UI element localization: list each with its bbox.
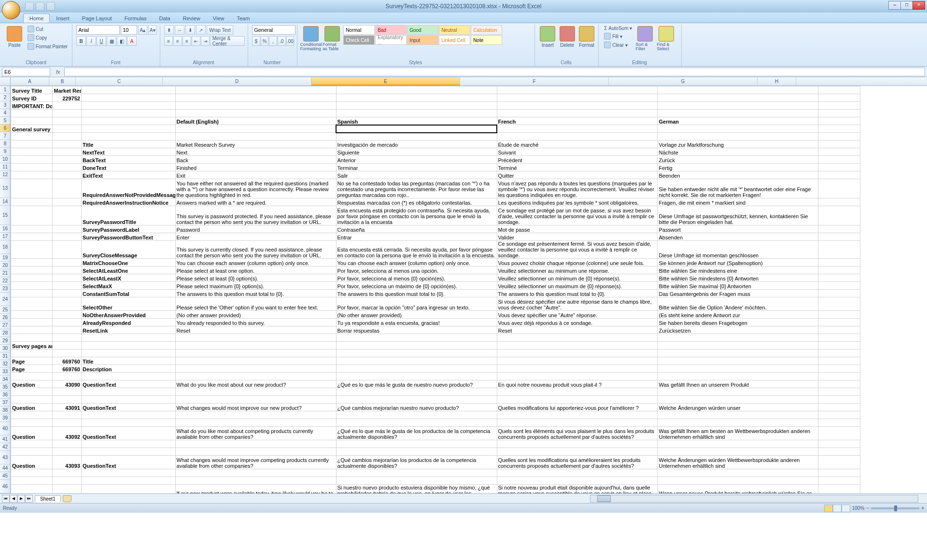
cell-C9[interactable]: NextText [81,148,175,156]
cell-D6[interactable] [175,125,336,133]
style-linkedcell[interactable]: Linked Cell [439,35,470,45]
row-header-43[interactable]: 43 [0,451,10,464]
cell-G27[interactable]: Zurücksetzen [658,326,818,334]
row-header-41[interactable]: 41 [0,435,10,443]
cell-H13[interactable] [818,179,860,198]
format-painter-button[interactable]: Format Painter [26,42,69,50]
style-calculation[interactable]: Calculation [471,25,502,35]
cell-H31[interactable] [818,357,860,365]
cell-C32[interactable]: Description [81,365,175,373]
cell-B5[interactable] [53,117,81,125]
cell-H35[interactable] [818,388,860,396]
cell-C38[interactable] [81,411,175,419]
cell-B8[interactable] [53,140,81,148]
cell-D24[interactable]: Please select the 'Other' option if you … [175,297,336,311]
cell-A35[interactable] [11,388,53,396]
new-sheet-button[interactable] [63,495,71,502]
col-header-E[interactable]: E [311,77,460,85]
tab-review[interactable]: Review [177,14,207,23]
font-color-button[interactable]: A [127,36,137,46]
tab-page-layout[interactable]: Page Layout [76,14,118,23]
style-checkcell[interactable]: Check Cell [343,35,375,45]
cell-H24[interactable] [818,297,860,311]
cell-E15[interactable]: Esta encuesta está protegido con contras… [336,206,497,225]
row-header-19[interactable]: 19 [0,254,10,262]
cell-G32[interactable] [658,365,818,373]
cell-H34[interactable] [818,380,860,388]
cell-B42[interactable] [53,448,81,456]
align-mid-button[interactable]: ↔ [175,25,184,35]
cell-C2[interactable] [81,94,175,102]
cell-F29[interactable] [497,342,658,350]
cell-D23[interactable]: The answers to this question must total … [175,290,336,297]
row-header-11[interactable]: 11 [0,163,10,171]
close-button[interactable]: × [913,1,925,10]
cell-styles-gallery[interactable]: NormalBadGoodNeutralCalculationCheck Cel… [343,25,532,45]
cell-H8[interactable] [818,140,860,148]
cell-C22[interactable]: SelectMaxX [81,282,175,290]
zoom-in-button[interactable]: + [921,505,924,511]
cell-E44[interactable] [336,469,497,477]
cell-F30[interactable] [497,350,658,357]
shrink-font-button[interactable]: A▾ [148,25,157,35]
format-cells-button[interactable]: Format [578,25,595,57]
cell-A41[interactable] [11,440,53,448]
cell-B23[interactable] [53,290,81,297]
cell-B46[interactable] [53,485,81,494]
cell-D43[interactable]: What changes would most improve competin… [175,456,336,469]
cell-E1[interactable] [336,86,497,94]
sort-filter-button[interactable]: Sort & Filter [635,25,655,57]
view-page-break[interactable] [842,504,850,512]
tab-view[interactable]: View [207,14,231,23]
cell-C3[interactable] [81,102,175,110]
cell-F43[interactable]: Quelles sont les modifications qui améli… [497,456,658,469]
row-header-5[interactable]: 5 [0,117,10,125]
currency-button[interactable]: $ [252,36,260,46]
cell-A23[interactable] [11,290,53,297]
cell-A3[interactable]: IMPORTANT: Do not modify the format of t… [11,102,53,110]
row-header-4[interactable]: 4 [0,109,10,117]
cell-H28[interactable] [818,334,860,342]
cell-H9[interactable] [818,148,860,156]
row-header-42[interactable]: 42 [0,443,10,451]
view-normal[interactable] [824,504,833,512]
cell-D37[interactable]: What changes would most improve our new … [175,404,336,411]
cond-format-button[interactable]: Conditional Formatting [301,25,321,57]
cell-D31[interactable] [175,357,336,365]
cell-A21[interactable] [11,274,53,282]
comma-button[interactable]: , [269,36,277,46]
cell-G26[interactable]: Sie haben bereits diesen Fragebogen [658,319,818,326]
cell-D40[interactable]: What do you like most about competing pr… [175,427,336,440]
cell-E4[interactable] [336,110,497,117]
cell-H7[interactable] [818,133,860,140]
cell-A26[interactable] [11,319,53,326]
cell-G17[interactable]: Absenden [658,233,818,241]
row-header-29[interactable]: 29 [0,337,10,345]
cell-H37[interactable] [818,404,860,411]
cell-E36[interactable] [336,396,497,404]
cell-D42[interactable] [175,448,336,456]
cell-G42[interactable] [658,448,818,456]
cell-E43[interactable]: ¿Qué cambios mejorarían los productos de… [336,456,497,469]
row-header-28[interactable]: 28 [0,329,10,337]
cell-A22[interactable] [11,282,53,290]
row-header-7[interactable]: 7 [0,132,10,140]
cell-B1[interactable]: Market Research Survey [53,86,81,94]
cell-B7[interactable] [53,133,81,140]
cell-F5[interactable]: French [497,117,658,125]
cell-E42[interactable] [336,448,497,456]
cell-A27[interactable] [11,326,53,334]
col-header-C[interactable]: C [76,77,163,85]
cell-B41[interactable] [53,440,81,448]
cell-B37[interactable]: 43091 [53,404,81,411]
row-header-26[interactable]: 26 [0,314,10,322]
cell-E14[interactable]: Respuestas marcadas con (*) es obligator… [336,198,497,206]
cell-D18[interactable]: This survey is currently closed. If you … [175,241,336,259]
cell-C21[interactable]: SelectAtLeastX [81,274,175,282]
cell-B44[interactable] [53,469,81,477]
row-header-24[interactable]: 24 [0,293,10,306]
cell-F15[interactable]: Ce sondage est protégé par un mot de pas… [497,206,658,225]
cell-A34[interactable]: Question [11,380,53,388]
cell-E9[interactable]: Siguiente [336,148,497,156]
cell-B21[interactable] [53,274,81,282]
